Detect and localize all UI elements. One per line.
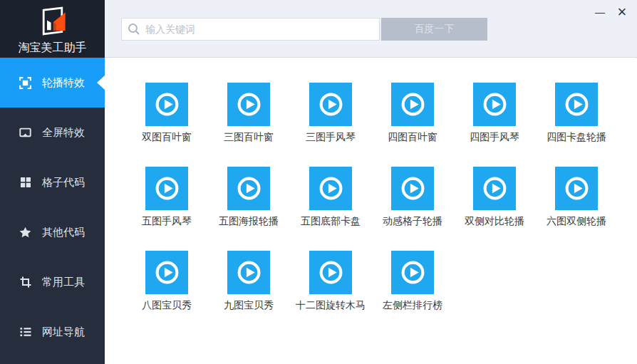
effect-tile[interactable] xyxy=(473,167,516,210)
effect-tile[interactable] xyxy=(227,251,270,294)
effect-item: 双侧对比轮播 xyxy=(473,167,516,228)
effect-label: 五图底部卡盘 xyxy=(301,215,361,228)
sidebar-item-url-navigation[interactable]: 网址导航 xyxy=(0,307,105,357)
play-icon xyxy=(400,259,426,286)
effect-item: 三图手风琴 xyxy=(309,83,352,144)
effect-label: 四图手风琴 xyxy=(470,131,519,144)
sidebar-item-label: 轮播特效 xyxy=(42,76,85,90)
effect-tile[interactable] xyxy=(391,167,434,210)
baidu-search-button[interactable]: 百度一下 xyxy=(381,18,487,41)
effect-label: 五图手风琴 xyxy=(142,215,192,228)
sidebar-item-other-code[interactable]: 其他代码 xyxy=(0,207,105,257)
crop-icon xyxy=(19,276,31,288)
effect-label: 双图百叶窗 xyxy=(142,131,192,144)
play-icon xyxy=(318,259,344,286)
effect-item: 四图手风琴 xyxy=(473,83,516,144)
effect-label: 八图宝贝秀 xyxy=(142,299,192,312)
sidebar-item-label: 网址导航 xyxy=(42,326,85,339)
play-icon xyxy=(154,175,180,202)
effect-item: 动感格子轮播 xyxy=(391,167,434,228)
fullscreen-icon xyxy=(19,127,31,139)
sidebar-item-carousel-effects[interactable]: 轮播特效 xyxy=(0,58,105,108)
effect-label: 左侧栏排行榜 xyxy=(383,299,442,312)
grid-icon xyxy=(19,177,31,189)
effect-item: 四图百叶窗 xyxy=(391,83,434,144)
app-header: 淘宝美工助手 xyxy=(0,0,105,58)
window-controls: — × xyxy=(593,3,630,21)
sidebar-item-grid-code[interactable]: 格子代码 xyxy=(0,157,105,207)
effect-item: 左侧栏排行榜 xyxy=(391,251,434,312)
effect-label: 动感格子轮播 xyxy=(383,215,442,228)
effect-item: 十二图旋转木马 xyxy=(309,251,352,312)
effect-item: 四图卡盘轮播 xyxy=(555,83,598,144)
effect-tile[interactable] xyxy=(309,251,352,294)
effect-label: 四图卡盘轮播 xyxy=(547,131,606,144)
play-icon xyxy=(400,91,426,118)
search-box xyxy=(121,18,380,41)
play-icon xyxy=(154,91,180,118)
play-icon xyxy=(564,175,590,202)
effect-label: 三图百叶窗 xyxy=(224,131,274,144)
effect-item: 八图宝贝秀 xyxy=(145,251,188,312)
effect-label: 三图手风琴 xyxy=(306,131,356,144)
content-area: 双图百叶窗 三图百叶窗 三图手风琴 xyxy=(105,58,637,364)
close-button[interactable]: × xyxy=(614,3,630,21)
sidebar-item-label: 格子代码 xyxy=(42,176,85,189)
effect-item: 三图百叶窗 xyxy=(227,83,270,144)
effect-tile[interactable] xyxy=(145,83,188,126)
effect-label: 九图宝贝秀 xyxy=(224,299,274,312)
app-title: 淘宝美工助手 xyxy=(19,41,87,56)
play-icon xyxy=(564,91,590,118)
search-icon xyxy=(128,23,140,36)
effect-label: 双侧对比轮播 xyxy=(465,215,524,228)
effect-label: 四图百叶窗 xyxy=(388,131,437,144)
sidebar-item-label: 常用工具 xyxy=(42,276,85,289)
effect-tile[interactable] xyxy=(309,83,352,126)
effect-tile[interactable] xyxy=(145,167,188,210)
play-icon xyxy=(154,259,180,286)
play-icon xyxy=(236,91,262,118)
app-window: 淘宝美工助手 轮播特效 全屏特效 xyxy=(0,0,637,364)
minimize-button[interactable]: — xyxy=(593,3,607,21)
effect-item: 五图手风琴 xyxy=(145,167,188,228)
effect-tile[interactable] xyxy=(145,251,188,294)
effect-tile[interactable] xyxy=(555,167,598,210)
sidebar-item-fullscreen-effects[interactable]: 全屏特效 xyxy=(0,108,105,157)
effects-grid: 双图百叶窗 三图百叶窗 三图手风琴 xyxy=(145,83,598,312)
effect-item: 五图底部卡盘 xyxy=(309,167,352,228)
effect-item: 双图百叶窗 xyxy=(145,83,188,144)
effect-tile[interactable] xyxy=(391,251,434,294)
star-icon xyxy=(19,227,31,239)
effect-label: 五图海报轮播 xyxy=(219,215,279,228)
nav-list-icon xyxy=(19,326,31,338)
sidebar-menu: 轮播特效 全屏特效 xyxy=(0,58,105,357)
effect-tile[interactable] xyxy=(309,167,352,210)
play-icon xyxy=(318,175,344,202)
carousel-icon xyxy=(19,77,31,89)
play-icon xyxy=(400,175,426,202)
play-icon xyxy=(482,175,508,202)
sidebar: 淘宝美工助手 轮播特效 全屏特效 xyxy=(0,0,105,364)
topbar: 百度一下 — × xyxy=(105,0,637,58)
search-input[interactable] xyxy=(145,24,373,35)
effect-label: 十二图旋转木马 xyxy=(296,299,366,312)
effect-item: 六图双侧轮播 xyxy=(555,167,598,228)
effect-tile[interactable] xyxy=(227,83,270,126)
effect-tile[interactable] xyxy=(227,167,270,210)
sidebar-item-common-tools[interactable]: 常用工具 xyxy=(0,257,105,307)
play-icon xyxy=(318,91,344,118)
effect-label: 六图双侧轮播 xyxy=(547,215,606,228)
play-icon xyxy=(236,259,262,286)
play-icon xyxy=(236,175,262,202)
effect-tile[interactable] xyxy=(555,83,598,126)
sidebar-item-label: 全屏特效 xyxy=(42,126,85,140)
effect-item: 九图宝贝秀 xyxy=(227,251,270,312)
main-area: 百度一下 — × 双图百叶窗 xyxy=(105,0,637,364)
effect-tile[interactable] xyxy=(473,83,516,126)
app-logo-icon xyxy=(36,5,70,39)
effect-item: 五图海报轮播 xyxy=(227,167,270,228)
play-icon xyxy=(482,91,508,118)
effect-tile[interactable] xyxy=(391,83,434,126)
sidebar-item-label: 其他代码 xyxy=(42,226,85,239)
